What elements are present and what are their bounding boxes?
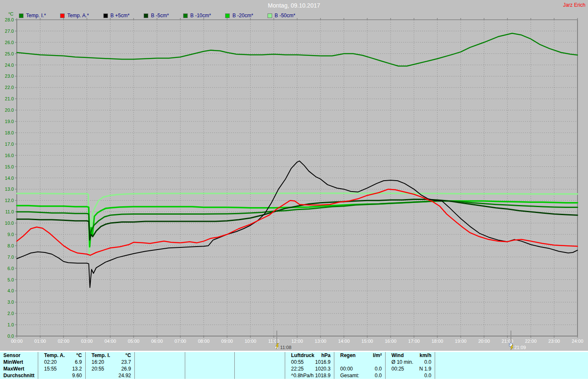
table-cell-row — [135, 372, 185, 379]
x-tick-label: 06:00 — [151, 339, 163, 344]
y-tick-label: 12.0 — [5, 198, 14, 203]
x-tick-label: 03:00 — [81, 339, 93, 344]
table-column-wind: Windkm/hØ 10 min.0.000:25N 1.90.0 — [385, 352, 435, 379]
y-tick-label: 22.0 — [5, 85, 14, 90]
y-tick-label: 13.0 — [5, 187, 14, 192]
cell-time — [38, 372, 44, 379]
x-tick-label: 18:00 — [431, 339, 443, 344]
cell-time — [386, 372, 391, 379]
column-unit — [281, 352, 285, 359]
y-tick-label: 15.0 — [5, 164, 14, 169]
cell-value — [231, 365, 234, 372]
column-name: Luftdruck — [285, 352, 314, 359]
cell-time — [185, 372, 191, 379]
table-cell-row: 00:000.0 — [334, 365, 385, 372]
table-cell-row — [135, 359, 185, 365]
table-cell-row: Ø 10 min.0.0 — [386, 359, 435, 365]
table-cell-row: 16:2023.7 — [86, 359, 134, 365]
column-unit: km/h — [420, 352, 435, 359]
table-filler-column — [435, 352, 588, 379]
table-column-regen: Regenl/m²00:000.0Gesamt:0.0 — [334, 352, 385, 379]
x-tick-label: 16:00 — [385, 339, 396, 344]
y-tick-label: 18.0 — [5, 130, 14, 135]
table-cell-row: ^0.8hPa/h1018.9 — [285, 372, 334, 379]
y-tick-label: 28.0 — [5, 17, 14, 22]
table-cell-row: 00:551016.9 — [285, 359, 334, 365]
cell-time — [135, 372, 141, 379]
y-tick-label: 11.0 — [5, 209, 14, 214]
table-column-tempa: Temp. A.°C02:206.915:5513.29.60 — [38, 352, 85, 379]
cell-value: 6.9 — [75, 359, 85, 365]
y-tick-label: 10.0 — [5, 221, 14, 226]
x-tick-label: 21:00 — [501, 339, 513, 344]
flash-night-icon — [509, 343, 513, 350]
column-header: Temp. A.°C — [38, 352, 85, 359]
table-column-luftdruck: LuftdruckhPa00:551016.922:251020.3^0.8hP… — [285, 352, 334, 379]
table-column-empty-4 — [234, 352, 285, 379]
cell-value: 0.0 — [424, 372, 435, 379]
x-tick-label: 00:00 — [11, 339, 23, 344]
y-tick-label: 21.0 — [5, 96, 14, 101]
cell-value — [382, 359, 385, 365]
cell-value: N 1.9 — [419, 365, 435, 372]
row-label-maxwert: MaxWert — [0, 365, 38, 372]
y-tick-label: 20.0 — [5, 108, 14, 113]
cell-value — [281, 372, 285, 379]
table-cell-row — [235, 365, 285, 372]
table-column-empty-2 — [134, 352, 185, 379]
y-tick-label: 17.0 — [5, 142, 14, 147]
y-tick-label: 24.0 — [5, 63, 14, 68]
x-tick-label: 02:00 — [58, 339, 69, 344]
cell-time — [86, 372, 92, 379]
table-cell-row: Gesamt:0.0 — [334, 372, 385, 379]
x-tick-label: 04:00 — [105, 339, 116, 344]
y-tick-label: 3.0 — [8, 300, 14, 305]
table-column-empty-3 — [185, 352, 234, 379]
column-header — [235, 352, 285, 359]
cell-time — [135, 359, 141, 365]
column-unit — [181, 352, 185, 359]
table-cell-row: 15:5513.2 — [38, 365, 85, 372]
row-label-durchschnitt: Durchschnitt — [0, 372, 38, 379]
cell-time: Gesamt: — [334, 372, 359, 379]
x-tick-label: 07:00 — [175, 339, 186, 344]
cell-value: 23.7 — [121, 359, 134, 365]
x-tick-label: 08:00 — [198, 339, 210, 344]
cell-time: 20:55 — [86, 365, 104, 372]
column-name — [235, 352, 241, 359]
y-tick-label: 6.0 — [8, 266, 14, 271]
x-tick-label: 22:00 — [525, 339, 537, 344]
x-tick-label: 05:00 — [128, 339, 139, 344]
table-cell-row: 24.92 — [86, 372, 134, 379]
table-cell-row — [185, 365, 234, 372]
x-tick-label: 12:00 — [291, 339, 303, 344]
x-tick-label: 13:00 — [315, 339, 326, 344]
cell-time — [185, 365, 191, 372]
y-tick-label: 26.0 — [5, 40, 14, 45]
table-cell-row — [135, 365, 185, 372]
column-name — [135, 352, 141, 359]
cell-value: 1016.9 — [315, 359, 334, 365]
table-cell-row: 00:25N 1.9 — [386, 365, 435, 372]
cell-time: 22:25 — [285, 365, 304, 372]
y-tick-label: 0.0 — [8, 334, 14, 339]
table-column-tempi: Temp. I.°C16:2023.720:5526.924.92 — [85, 352, 134, 379]
column-header: Temp. I.°C — [86, 352, 134, 359]
column-name: Wind — [386, 352, 404, 359]
x-tick-label: 11:00 — [268, 339, 280, 344]
row-label-sensor: Sensor — [0, 352, 38, 359]
x-tick-label: 14:00 — [338, 339, 350, 344]
row-label-minwert: MinWert — [0, 359, 38, 365]
y-tick-label: 2.0 — [8, 311, 14, 316]
cell-value — [231, 372, 234, 379]
cell-time: 02:20 — [38, 359, 57, 365]
table-cell-row — [235, 359, 285, 365]
cell-value — [181, 365, 185, 372]
cell-value — [231, 359, 234, 365]
table-cell-row: 9.60 — [38, 372, 85, 379]
table-row-labels-column: SensorMinWertMaxWertDurchschnitt — [0, 352, 38, 379]
cell-time: 00:00 — [334, 365, 353, 372]
cell-value: 0.0 — [375, 365, 385, 372]
x-tick-label: 15:00 — [362, 339, 373, 344]
y-tick-label: 9.0 — [8, 232, 14, 237]
